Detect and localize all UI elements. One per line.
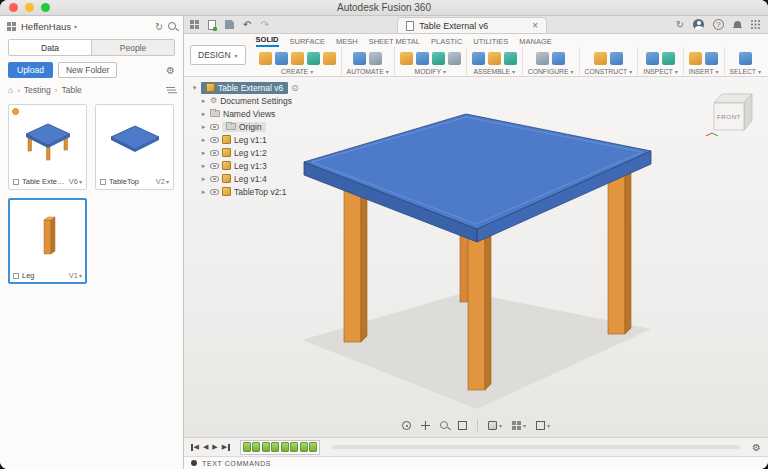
zoom-icon[interactable]: [440, 421, 448, 429]
table-leg-right[interactable]: [608, 170, 631, 334]
browser-row-component[interactable]: ▸ Leg v1:3: [198, 159, 300, 172]
decal-icon[interactable]: [705, 52, 718, 65]
timeline-step-back-button[interactable]: ◀: [203, 443, 208, 451]
pan-icon[interactable]: [421, 421, 430, 430]
insert-menu[interactable]: INSERT▾: [689, 68, 719, 75]
timeline-go-start-button[interactable]: ◀: [191, 443, 199, 451]
browser-root-node[interactable]: Table External v6: [201, 82, 288, 94]
minimize-window-button[interactable]: [25, 3, 34, 12]
timeline-feature-icon[interactable]: [309, 442, 317, 452]
tab-mesh[interactable]: MESH: [336, 37, 358, 47]
new-document-icon[interactable]: [208, 20, 216, 30]
viewcube[interactable]: FRONT: [704, 83, 758, 137]
expand-icon[interactable]: ▸: [200, 110, 207, 118]
expand-icon[interactable]: ▸: [200, 162, 207, 170]
home-icon[interactable]: ⌂: [8, 85, 13, 95]
tab-sheet-metal[interactable]: SHEET METAL: [369, 37, 420, 47]
notifications-bell-icon[interactable]: [733, 21, 742, 29]
automate-menu[interactable]: AUTOMATE▾: [347, 68, 389, 75]
panel-settings-gear-icon[interactable]: ⚙: [166, 65, 175, 76]
item-card-table-external[interactable]: Table External V6▾: [8, 104, 87, 190]
browser-row-named-views[interactable]: ▸ Named Views: [198, 107, 300, 120]
expand-icon[interactable]: ▸: [200, 175, 207, 183]
browser-row-component[interactable]: ▸ Leg v1:4: [198, 172, 300, 185]
hole-icon[interactable]: [323, 52, 336, 65]
tab-solid[interactable]: SOLID: [256, 35, 279, 47]
undo-icon[interactable]: ↶: [243, 19, 251, 30]
configure-menu[interactable]: CONFIGURE▾: [528, 68, 574, 75]
select-menu[interactable]: SELECT▾: [730, 68, 761, 75]
configuration-icon[interactable]: [536, 52, 549, 65]
visibility-eye-icon[interactable]: [210, 189, 219, 195]
item-version-selector[interactable]: V6▾: [69, 177, 82, 186]
apps-grid-icon[interactable]: [751, 20, 760, 29]
breadcrumb-parent[interactable]: Testing: [24, 85, 51, 95]
timeline-feature-icon[interactable]: [281, 442, 289, 452]
create-sketch-icon[interactable]: [275, 52, 288, 65]
text-commands-toggle-icon[interactable]: [191, 460, 197, 466]
scripts-icon[interactable]: [369, 52, 382, 65]
item-card-tabletop[interactable]: TableTop V2▾: [95, 104, 174, 190]
panel-grid-icon[interactable]: [7, 22, 16, 31]
create-menu[interactable]: CREATE▾: [281, 68, 313, 75]
timeline-play-button[interactable]: ▶: [212, 443, 217, 451]
timeline-scrollbar[interactable]: [332, 445, 740, 449]
browser-root-row[interactable]: ▾ Table External v6 ⊙: [189, 81, 300, 94]
viewport-canvas[interactable]: ▾ Table External v6 ⊙ ▸ ⚙ Document Setti…: [184, 77, 768, 437]
item-card-leg[interactable]: Leg V1▾: [8, 198, 87, 284]
expand-icon[interactable]: ▸: [200, 149, 207, 157]
rigid-group-icon[interactable]: [504, 52, 517, 65]
timeline-feature-icon[interactable]: [262, 442, 270, 452]
assemble-menu[interactable]: ASSEMBLE▾: [473, 68, 515, 75]
as-built-joint-icon[interactable]: [488, 52, 501, 65]
expand-icon[interactable]: ▸: [200, 97, 207, 105]
activate-component-icon[interactable]: ⊙: [291, 83, 298, 93]
refresh-icon[interactable]: ↻: [155, 21, 163, 32]
close-window-button[interactable]: [9, 3, 18, 12]
collapse-icon[interactable]: ▾: [191, 84, 198, 92]
browser-row-origin[interactable]: ▸ Origin: [198, 120, 300, 133]
browser-row-component[interactable]: ▸ Leg v1:2: [198, 146, 300, 159]
construct-menu[interactable]: CONSTRUCT▾: [585, 68, 633, 75]
item-version-selector[interactable]: V1▾: [69, 271, 82, 280]
shell-icon[interactable]: [432, 52, 445, 65]
timeline-go-end-button[interactable]: ▶: [222, 443, 230, 451]
timeline-feature-icon[interactable]: [252, 442, 260, 452]
browser-row-component[interactable]: ▸ TableTop v2:1: [198, 185, 300, 198]
construction-axis-icon[interactable]: [610, 52, 623, 65]
workspace-switcher[interactable]: DESIGN ▾: [190, 45, 246, 65]
tab-plastic[interactable]: PLASTIC: [431, 37, 462, 47]
insert-derive-icon[interactable]: [689, 52, 702, 65]
text-commands-label[interactable]: TEXT COMMANDS: [202, 460, 271, 467]
hub-selector[interactable]: HeffenHaus ▾: [21, 21, 77, 32]
revolve-icon[interactable]: [307, 52, 320, 65]
press-pull-icon[interactable]: [400, 52, 413, 65]
construction-plane-icon[interactable]: [594, 52, 607, 65]
save-icon[interactable]: [225, 20, 234, 29]
grid-settings-icon[interactable]: ▾: [512, 421, 526, 430]
sort-filter-icon[interactable]: [166, 87, 175, 94]
timeline-feature-icon[interactable]: [243, 442, 251, 452]
timeline-feature-icon[interactable]: [290, 442, 298, 452]
timeline-feature-icon[interactable]: [300, 442, 308, 452]
redo-icon[interactable]: ↷: [260, 19, 268, 30]
viewport-layout-icon[interactable]: ▾: [536, 421, 550, 430]
expand-icon[interactable]: ▸: [200, 188, 207, 196]
tab-people[interactable]: People: [91, 40, 174, 55]
display-settings-icon[interactable]: ▾: [488, 421, 502, 430]
joint-icon[interactable]: [472, 52, 485, 65]
breadcrumb-current[interactable]: Table: [61, 85, 81, 95]
document-tab[interactable]: Table External v6 ×: [397, 17, 547, 33]
timeline-settings-gear-icon[interactable]: ⚙: [752, 442, 761, 453]
expand-icon[interactable]: ▸: [200, 136, 207, 144]
item-version-selector[interactable]: V2▾: [156, 177, 169, 186]
viewcube-front-label[interactable]: FRONT: [717, 113, 741, 120]
orbit-icon[interactable]: [402, 421, 411, 430]
close-tab-icon[interactable]: ×: [532, 20, 538, 31]
job-status-icon[interactable]: ↻: [676, 19, 684, 30]
upload-button[interactable]: Upload: [8, 62, 53, 78]
visibility-eye-icon[interactable]: [210, 163, 219, 169]
new-component-icon[interactable]: [259, 52, 272, 65]
visibility-eye-icon[interactable]: [210, 176, 219, 182]
timeline-feature-icon[interactable]: [271, 442, 279, 452]
